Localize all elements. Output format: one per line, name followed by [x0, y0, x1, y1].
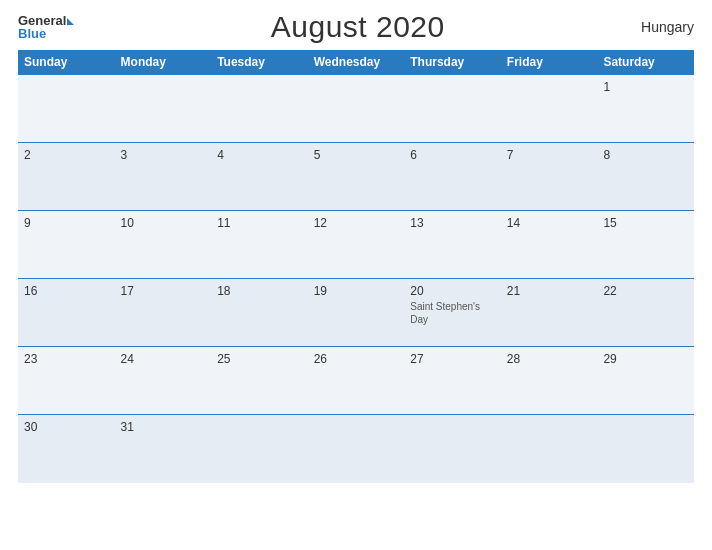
day-number: 28 — [507, 352, 520, 366]
week-row-1: 1 — [18, 75, 694, 143]
day-cell: 12 — [308, 211, 405, 279]
day-header-row: Sunday Monday Tuesday Wednesday Thursday… — [18, 50, 694, 75]
day-cell: 11 — [211, 211, 308, 279]
logo: General Blue — [18, 14, 74, 40]
day-cell: 31 — [115, 415, 212, 483]
day-cell — [404, 75, 501, 143]
header-tuesday: Tuesday — [211, 50, 308, 75]
day-number: 4 — [217, 148, 224, 162]
week-row-5: 23242526272829 — [18, 347, 694, 415]
day-number: 26 — [314, 352, 327, 366]
day-cell — [501, 75, 598, 143]
day-cell: 17 — [115, 279, 212, 347]
day-cell: 6 — [404, 143, 501, 211]
day-number: 7 — [507, 148, 514, 162]
day-number: 23 — [24, 352, 37, 366]
event-label: Saint Stephen's Day — [410, 300, 495, 326]
day-cell: 1 — [597, 75, 694, 143]
day-cell: 26 — [308, 347, 405, 415]
day-cell: 24 — [115, 347, 212, 415]
day-cell: 2 — [18, 143, 115, 211]
day-cell — [115, 75, 212, 143]
day-number: 22 — [603, 284, 616, 298]
day-cell: 20Saint Stephen's Day — [404, 279, 501, 347]
day-number: 13 — [410, 216, 423, 230]
day-number: 9 — [24, 216, 31, 230]
day-cell: 5 — [308, 143, 405, 211]
header-monday: Monday — [115, 50, 212, 75]
day-number: 17 — [121, 284, 134, 298]
day-number: 25 — [217, 352, 230, 366]
day-number: 24 — [121, 352, 134, 366]
day-number: 30 — [24, 420, 37, 434]
day-cell — [308, 75, 405, 143]
day-number: 21 — [507, 284, 520, 298]
day-cell — [597, 415, 694, 483]
day-number: 5 — [314, 148, 321, 162]
day-cell: 23 — [18, 347, 115, 415]
day-cell: 16 — [18, 279, 115, 347]
day-number: 18 — [217, 284, 230, 298]
day-cell — [501, 415, 598, 483]
day-cell — [404, 415, 501, 483]
header-friday: Friday — [501, 50, 598, 75]
day-cell — [211, 415, 308, 483]
calendar-page: General Blue August 2020 Hungary Sunday … — [0, 0, 712, 550]
day-number: 1 — [603, 80, 610, 94]
day-cell: 25 — [211, 347, 308, 415]
day-number: 31 — [121, 420, 134, 434]
day-number: 20 — [410, 284, 423, 298]
day-cell: 30 — [18, 415, 115, 483]
day-number: 8 — [603, 148, 610, 162]
week-row-3: 9101112131415 — [18, 211, 694, 279]
day-cell: 18 — [211, 279, 308, 347]
day-cell: 8 — [597, 143, 694, 211]
header-thursday: Thursday — [404, 50, 501, 75]
day-cell — [211, 75, 308, 143]
day-cell: 28 — [501, 347, 598, 415]
title-area: August 2020 — [74, 10, 641, 44]
day-number: 11 — [217, 216, 230, 230]
day-cell: 9 — [18, 211, 115, 279]
day-cell: 14 — [501, 211, 598, 279]
day-cell: 27 — [404, 347, 501, 415]
calendar-body: 1234567891011121314151617181920Saint Ste… — [18, 75, 694, 483]
day-number: 14 — [507, 216, 520, 230]
logo-triangle-icon — [67, 18, 74, 25]
day-number: 19 — [314, 284, 327, 298]
country-label: Hungary — [641, 19, 694, 35]
week-row-6: 3031 — [18, 415, 694, 483]
day-number: 16 — [24, 284, 37, 298]
logo-text: General Blue — [18, 14, 74, 40]
header: General Blue August 2020 Hungary — [18, 10, 694, 44]
calendar-table: Sunday Monday Tuesday Wednesday Thursday… — [18, 50, 694, 483]
day-cell: 3 — [115, 143, 212, 211]
day-number: 10 — [121, 216, 134, 230]
day-number: 2 — [24, 148, 31, 162]
day-number: 15 — [603, 216, 616, 230]
logo-blue: Blue — [18, 27, 46, 40]
day-cell: 21 — [501, 279, 598, 347]
main-title: August 2020 — [271, 10, 445, 43]
day-cell: 29 — [597, 347, 694, 415]
day-cell — [308, 415, 405, 483]
day-number: 3 — [121, 148, 128, 162]
day-cell: 22 — [597, 279, 694, 347]
day-number: 29 — [603, 352, 616, 366]
day-cell: 7 — [501, 143, 598, 211]
day-cell: 13 — [404, 211, 501, 279]
day-cell: 4 — [211, 143, 308, 211]
week-row-2: 2345678 — [18, 143, 694, 211]
day-cell: 15 — [597, 211, 694, 279]
day-number: 6 — [410, 148, 417, 162]
week-row-4: 1617181920Saint Stephen's Day2122 — [18, 279, 694, 347]
header-saturday: Saturday — [597, 50, 694, 75]
day-number: 12 — [314, 216, 327, 230]
day-cell: 10 — [115, 211, 212, 279]
day-cell: 19 — [308, 279, 405, 347]
header-wednesday: Wednesday — [308, 50, 405, 75]
header-sunday: Sunday — [18, 50, 115, 75]
day-cell — [18, 75, 115, 143]
day-number: 27 — [410, 352, 423, 366]
